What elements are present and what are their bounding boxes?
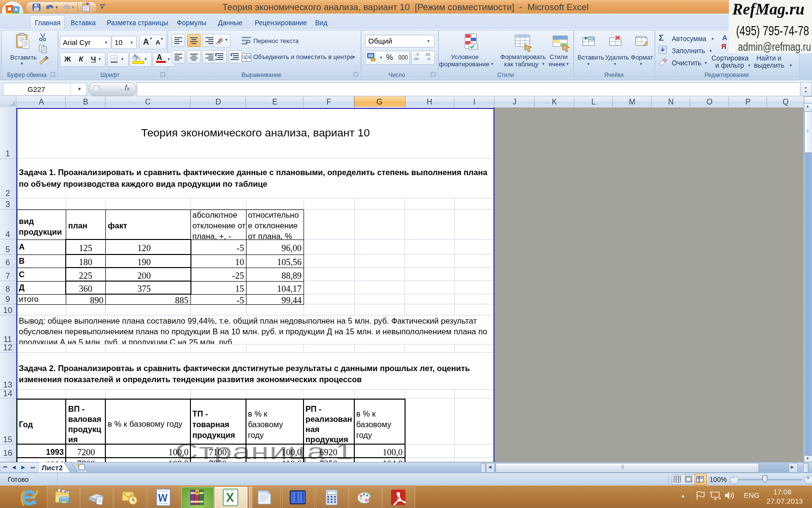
svg-text:ab: ab (216, 36, 224, 45)
